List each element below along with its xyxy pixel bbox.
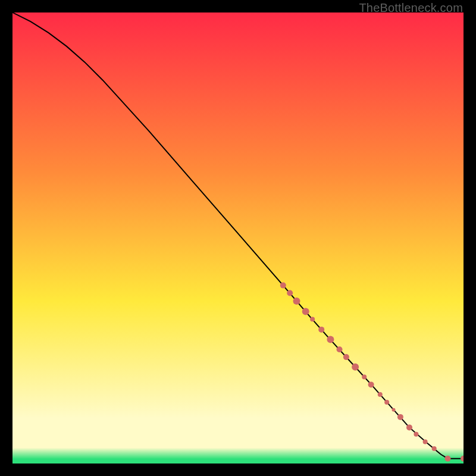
data-marker [392, 408, 396, 412]
data-marker [293, 298, 300, 305]
data-marker [414, 432, 418, 437]
watermark-text: TheBottleneck.com [359, 1, 463, 15]
data-marker [445, 456, 451, 462]
chart-frame [12, 12, 464, 464]
data-marker [352, 364, 359, 371]
data-marker [378, 392, 383, 397]
data-marker [337, 346, 343, 352]
data-marker [368, 381, 374, 387]
data-marker [343, 354, 349, 360]
data-marker [318, 327, 324, 333]
data-marker [362, 375, 367, 380]
data-marker [406, 424, 412, 430]
data-marker [327, 336, 334, 343]
gradient-bg [12, 12, 464, 464]
data-marker [280, 283, 286, 289]
data-marker [302, 308, 309, 315]
data-marker [287, 290, 293, 296]
data-marker [432, 446, 437, 451]
data-marker [423, 440, 428, 444]
data-marker [384, 400, 389, 405]
bottleneck-chart [12, 12, 464, 464]
data-marker [397, 414, 403, 420]
data-marker [310, 317, 315, 321]
